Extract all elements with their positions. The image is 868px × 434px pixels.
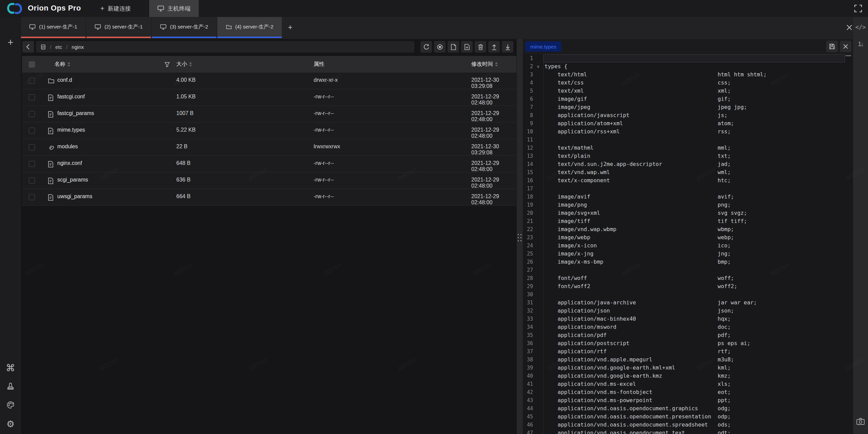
download-icon[interactable] [502, 41, 513, 53]
table-row[interactable]: fastcgi_params 1007 B -rw-r--r-- 2021-12… [22, 106, 516, 122]
user-stamp-icon[interactable] [0, 381, 21, 390]
table-row[interactable]: fastcgi.conf 1.05 KB -rw-r--r-- 2021-12-… [22, 89, 516, 106]
fold-chevron-icon[interactable] [533, 160, 543, 168]
trash-icon[interactable] [475, 41, 486, 53]
fold-chevron-icon[interactable] [533, 404, 543, 413]
row-checkbox[interactable] [29, 128, 35, 134]
fold-chevron-icon[interactable] [533, 323, 543, 331]
refresh-icon[interactable] [420, 41, 432, 53]
session-tab[interactable]: (3) server-生产-2 [152, 17, 216, 38]
table-row[interactable]: scgi_params 636 B -rw-r--r-- 2021-12-29 … [22, 172, 516, 189]
fold-chevron-icon[interactable] [533, 225, 543, 233]
fold-chevron-icon[interactable] [533, 299, 543, 307]
fold-chevron-icon[interactable] [533, 111, 543, 119]
breadcrumb-segment-etc[interactable]: etc [55, 44, 62, 50]
fold-chevron-icon[interactable] [533, 95, 543, 103]
fold-chevron-icon[interactable] [533, 103, 543, 111]
theme-palette-icon[interactable] [0, 400, 21, 410]
fold-chevron-icon[interactable] [533, 339, 543, 347]
sort-icon[interactable] [189, 62, 192, 67]
splitter-grip-icon[interactable] [518, 234, 522, 242]
session-tab[interactable]: (2) server-生产-1 [86, 17, 151, 38]
new-tab-button[interactable]: + [283, 17, 298, 38]
file-name[interactable]: modules [57, 144, 78, 150]
row-checkbox[interactable] [29, 111, 35, 117]
row-checkbox[interactable] [29, 161, 35, 167]
command-shortcut-icon[interactable]: ⌘ [0, 362, 21, 374]
close-panel-icon[interactable] [845, 23, 854, 32]
file-name[interactable]: fastcgi.conf [57, 94, 85, 100]
fold-chevron-icon[interactable] [533, 71, 543, 79]
session-tab[interactable]: (4) server-生产-2 [217, 17, 282, 38]
fold-chevron-icon[interactable] [533, 380, 543, 388]
fold-chevron-icon[interactable] [533, 388, 543, 396]
fold-chevron-icon[interactable] [533, 307, 543, 315]
file-name[interactable]: nginx.conf [57, 160, 82, 166]
row-checkbox[interactable] [29, 194, 35, 200]
fold-chevron-icon[interactable] [533, 79, 543, 87]
settings-gear-icon[interactable]: ⚙ [0, 419, 21, 430]
fold-chevron-icon[interactable] [533, 233, 543, 242]
fold-chevron-icon[interactable] [533, 364, 543, 372]
new-connection-menu[interactable]: + 新建连接 [92, 0, 139, 17]
breadcrumb[interactable]: / etc / nginx [36, 41, 414, 53]
fold-chevron-icon[interactable] [533, 144, 543, 152]
code-editor-content[interactable]: 1 2 ∨ types { 3 text/html html htm shtml… [523, 54, 853, 434]
fold-chevron-icon[interactable] [533, 290, 543, 299]
fold-chevron-icon[interactable] [533, 168, 543, 176]
fold-chevron-icon[interactable] [533, 258, 543, 266]
fold-chevron-icon[interactable] [533, 176, 543, 185]
filter-funnel-icon[interactable] [164, 56, 170, 73]
fold-chevron-icon[interactable] [533, 193, 543, 201]
panel-splitter[interactable] [517, 39, 523, 434]
fold-chevron-icon[interactable] [533, 421, 543, 429]
code-view-icon[interactable]: </> [853, 24, 868, 31]
fold-chevron-icon[interactable] [533, 274, 543, 282]
fold-chevron-icon[interactable] [533, 413, 543, 421]
fold-chevron-icon[interactable] [533, 347, 543, 356]
host-terminal-menu[interactable]: 主机终端 [149, 0, 199, 17]
fold-chevron-icon[interactable] [533, 429, 543, 434]
row-checkbox[interactable] [29, 78, 35, 84]
new-file-icon[interactable] [448, 41, 459, 53]
fold-chevron-icon[interactable] [533, 242, 543, 250]
fullscreen-icon[interactable] [854, 4, 863, 13]
fold-chevron-icon[interactable] [533, 266, 543, 274]
table-row[interactable]: conf.d 4.00 KB drwxr-xr-x 2021-12-30 03:… [22, 73, 516, 89]
fold-chevron-icon[interactable] [533, 250, 543, 258]
editor-file-tab[interactable]: mime.types [526, 41, 561, 52]
sort-icon[interactable] [495, 62, 498, 67]
fold-chevron-icon[interactable] [533, 217, 543, 225]
table-row[interactable]: uwsgi_params 664 B -rw-r--r-- 2021-12-29… [22, 189, 516, 206]
row-checkbox[interactable] [29, 94, 35, 100]
fold-chevron-icon[interactable] [533, 119, 543, 128]
eye-icon[interactable] [434, 41, 446, 53]
fold-chevron-icon[interactable] [533, 331, 543, 339]
fold-chevron-icon[interactable] [533, 136, 543, 144]
sort-icon[interactable] [67, 62, 70, 67]
row-checkbox[interactable] [29, 177, 35, 184]
fold-chevron-icon[interactable] [533, 396, 543, 404]
fold-chevron-icon[interactable] [533, 185, 543, 193]
save-icon[interactable] [826, 41, 838, 52]
fold-chevron-icon[interactable] [533, 87, 543, 95]
file-name[interactable]: fastcgi_params [57, 110, 94, 116]
file-name[interactable]: mime.types [57, 127, 85, 133]
file-name[interactable]: scgi_params [57, 177, 88, 183]
column-header-mtime[interactable]: 修改时间 [471, 56, 498, 73]
table-row[interactable]: nginx.conf 648 B -rw-r--r-- 2021-12-29 0… [22, 156, 516, 172]
add-icon[interactable]: + [0, 37, 21, 48]
fold-chevron-icon[interactable] [533, 315, 543, 323]
fold-chevron-icon[interactable] [533, 54, 543, 62]
file-name[interactable]: conf.d [57, 77, 72, 83]
fold-chevron-icon[interactable] [533, 209, 543, 217]
fold-chevron-icon[interactable] [533, 282, 543, 290]
column-header-size[interactable]: 大小 [176, 56, 192, 73]
screenshot-camera-icon[interactable] [853, 417, 868, 426]
row-checkbox[interactable] [29, 144, 35, 150]
table-row[interactable]: mime.types 5.22 KB -rw-r--r-- 2021-12-29… [22, 122, 516, 139]
fold-chevron-icon[interactable] [533, 356, 543, 364]
back-button[interactable] [22, 41, 34, 53]
fold-chevron-icon[interactable] [533, 372, 543, 380]
column-header-name[interactable]: 名称 [55, 56, 70, 73]
